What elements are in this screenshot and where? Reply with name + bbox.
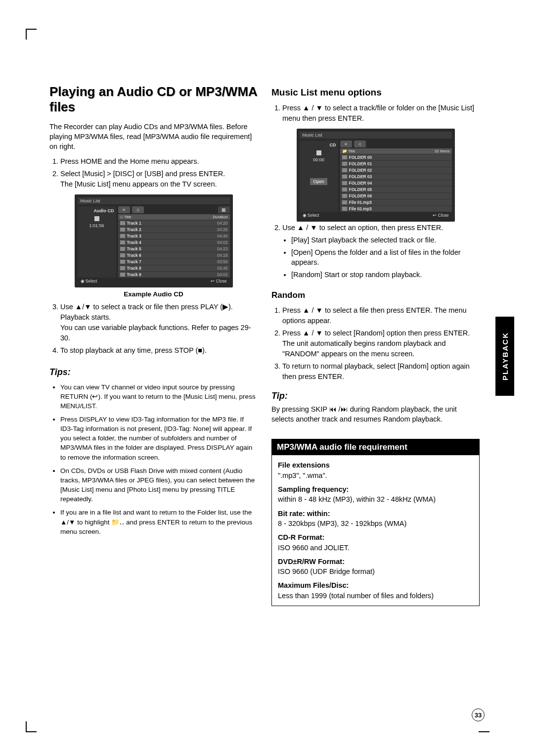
ss2-title: Music List (300, 132, 452, 139)
folder-icon (342, 188, 347, 191)
track-duration: 04:02 (217, 272, 227, 277)
track-icon (120, 266, 125, 270)
crop-mark-tl (26, 29, 37, 40)
track-duration: 03:45 (217, 266, 227, 271)
menu-step-1: Press ▲ / ▼ to select a track/file or fo… (282, 103, 480, 124)
track-name: Track 8 (127, 266, 216, 271)
ss2-foot-close: ↩ Close (433, 213, 448, 218)
track-row: Track 504:23 (118, 245, 230, 252)
steps-1-2: Press HOME and the Home menu appears. Se… (49, 156, 258, 189)
folder-row: FOLDER 03 (340, 173, 452, 180)
ss1-foot-select: ◉ Select (81, 279, 211, 284)
req-value: 8 - 320kbps (MP3), 32 - 192kbps (WMA) (278, 519, 473, 528)
req-value: ISO 9660 (UDF Bridge format) (278, 567, 473, 576)
random-step: Press ▲ / ▼ to select a file then press … (282, 305, 480, 326)
open-button: Open (310, 178, 327, 185)
ss2-foot-select: ◉ Select (303, 213, 433, 218)
ss1-left-label: Audio CD (80, 208, 114, 213)
req-value: within 8 - 48 kHz (MP3), within 32 - 48k… (278, 494, 473, 504)
folder-name: FOLDER 03 (349, 174, 450, 179)
side-tab-label: PLAYBACK (501, 332, 509, 380)
tips-list: You can view TV channel or video input s… (49, 382, 258, 536)
track-icon (120, 221, 125, 225)
folder-name: FOLDER 01 (349, 161, 450, 166)
folder-icon (342, 194, 347, 198)
track-icon (120, 253, 125, 257)
track-name: Track 4 (127, 240, 216, 245)
track-icon (120, 260, 125, 264)
step-2: Select [Music] > [DISC] or [USB] and pre… (60, 169, 258, 189)
ss1-hdr-title: Title (124, 215, 213, 219)
stop-icon (316, 150, 321, 155)
folder-row: FOLDER 01 (340, 160, 452, 167)
menu-steps-2: Use ▲ / ▼ to select an option, then pres… (271, 223, 480, 280)
track-row: Track 304:40 (118, 233, 230, 239)
ss1-foot-close: ↩ Close (211, 279, 226, 284)
main-heading: Playing an Audio CD or MP3/WMA files (49, 84, 258, 115)
track-icon (120, 240, 125, 244)
tip-item: Press DISPLAY to view ID3-Tag informatio… (60, 415, 258, 462)
req-value: ISO 9660 and JOLIET. (278, 543, 473, 553)
track-duration: 04:20 (217, 221, 227, 226)
step2-text: Use ▲ / ▼ to select an option, then pres… (282, 224, 443, 232)
menu-steps: Press ▲ / ▼ to select a track/file or fo… (271, 103, 480, 124)
track-icon (120, 247, 125, 251)
track-row: Track 604:18 (118, 252, 230, 258)
folder-icon (342, 162, 347, 166)
tip-item: On CDs, DVDs or USB Flash Drive with mix… (60, 466, 258, 504)
track-row: Track 703:59 (118, 258, 230, 265)
grid-icon: ▦ (218, 206, 230, 213)
ss1-time: 1:01:56 (80, 223, 114, 228)
opt-random: • [Random] Start or stop random playback… (291, 270, 480, 280)
ss2-hdr-title: Title (348, 149, 435, 153)
ss1-hdr-dur: Duration (213, 215, 227, 219)
left-column: Playing an Audio CD or MP3/WMA files The… (49, 84, 258, 606)
music-icon: ♫ (132, 206, 144, 213)
folder-icon (342, 200, 347, 204)
folder-row: FOLDER 02 (340, 167, 452, 173)
music-icon: ♫ (120, 215, 123, 219)
steps-3-4: Use ▲/▼ to select a track or file then p… (49, 302, 258, 356)
side-tab-playback: PLAYBACK (495, 317, 514, 396)
track-row: Track 803:45 (118, 265, 230, 271)
requirement-body: File extensions".mp3", ".wma".Sampling f… (272, 455, 479, 606)
req-key: Bit rate: within: (278, 509, 473, 519)
folder-icon (342, 155, 347, 159)
tip-item: You can view TV channel or video input s… (60, 382, 258, 411)
track-name: Track 6 (127, 253, 216, 258)
req-key: DVD±R/RW Format: (278, 557, 473, 567)
crop-mark-bl (26, 721, 37, 732)
step-3: Use ▲/▼ to select a track or file then p… (60, 302, 258, 343)
list-icon: ≡ (340, 141, 352, 147)
track-duration: 04:23 (217, 246, 227, 251)
folder-icon (342, 175, 347, 179)
folder-row: File 02.mp3 (340, 205, 452, 212)
track-duration: 04:25 (217, 227, 227, 232)
folder-name: File 01.mp3 (349, 200, 450, 205)
random-step: To return to normal playback, select [Ra… (282, 361, 480, 382)
track-name: Track 9 (127, 272, 216, 277)
ss1-title: Music List (78, 197, 230, 204)
track-name: Track 5 (127, 246, 216, 251)
track-row: Track 204:25 (118, 226, 230, 233)
tip-body: By pressing SKIP ⏮ /⏭ during Random play… (271, 404, 480, 424)
track-duration: 04:02 (217, 240, 227, 245)
ss2-hdr-count: 32 Items (435, 149, 450, 153)
music-icon: ♫ (354, 141, 366, 147)
folder-icon (342, 207, 347, 211)
ss2-left-label: CD (302, 142, 336, 147)
requirement-box: MP3/WMA audio file requirement File exte… (271, 439, 480, 606)
folder-name: FOLDER 04 (349, 181, 450, 186)
random-step: Press ▲ / ▼ to select [Random] option th… (282, 328, 480, 359)
opt-open: • [Open] Opens the folder and a list of … (291, 247, 480, 268)
folder-name: FOLDER 00 (349, 155, 450, 160)
menu-options-heading: Music List menu options (271, 87, 480, 98)
req-key: Maximum Files/Disc: (278, 580, 473, 590)
req-key: Sampling frequency: (278, 484, 473, 494)
track-duration: 03:59 (217, 259, 227, 264)
list-icon: ≡ (118, 206, 130, 213)
page-number: 33 (472, 709, 485, 721)
tips-heading: Tips: (49, 367, 258, 378)
req-key: File extensions (278, 460, 473, 470)
track-icon (120, 273, 125, 277)
